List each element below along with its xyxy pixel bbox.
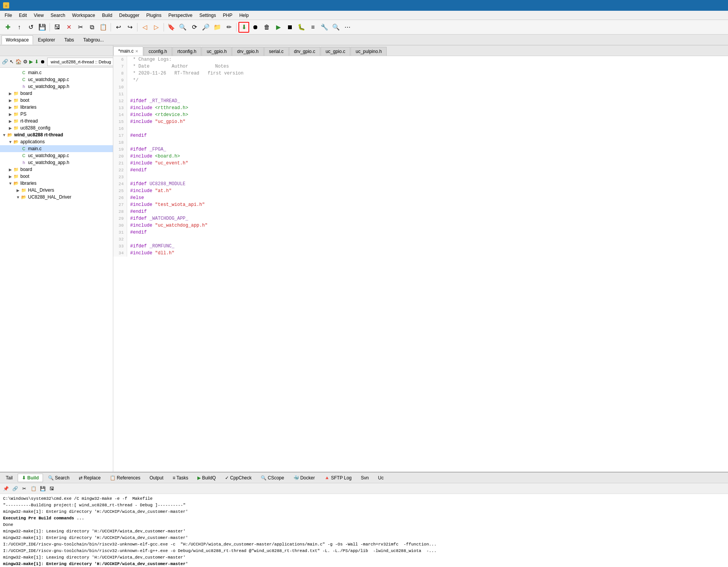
save-all-icon[interactable]: 🖫 (48, 484, 56, 493)
new-button[interactable]: ✚ (2, 22, 13, 33)
forward-button[interactable]: ▷ (151, 22, 162, 33)
link-icon[interactable]: 🔗 (2, 58, 8, 66)
tree-item-ps[interactable]: ▶ 📁 PS (0, 111, 113, 118)
tree-item-uc8288-config[interactable]: ▶ 📁 uc8288_config (0, 124, 113, 131)
ptab-explorer[interactable]: Explorer (34, 35, 60, 45)
close-tab-main-c[interactable]: ✕ (135, 49, 138, 53)
btab-docker[interactable]: 🐳 Docker (289, 474, 319, 482)
bug-button[interactable]: 🐛 (296, 22, 307, 33)
tree-item-board-1[interactable]: ▶ 📁 board (0, 90, 113, 97)
run-icon[interactable]: ▶ (29, 58, 33, 66)
run-button[interactable]: ▶ (273, 22, 284, 33)
tree-item-boot-1[interactable]: ▶ 📁 boot (0, 97, 113, 104)
tab-uc-gpio-h[interactable]: uc_gpio.h (202, 47, 232, 56)
paste-button[interactable]: 📋 (98, 22, 109, 33)
folder-button[interactable]: 📁 (212, 22, 223, 33)
tree-item-main-c-1[interactable]: C main.c (0, 69, 113, 76)
menu-item-debugger[interactable]: Debugger (116, 12, 142, 19)
tree-item-uc-watchdog-c-2[interactable]: C uc_watchdog_app.c (0, 152, 113, 159)
menu-item-file[interactable]: File (2, 12, 15, 19)
menu-item-search[interactable]: Search (48, 12, 68, 19)
code-editor[interactable]: 6 * Change Logs: 7 * Date Author Notes 8… (113, 56, 728, 472)
back-button[interactable]: ◁ (139, 22, 150, 33)
download-button[interactable]: ⬇ (238, 22, 249, 33)
btab-cppcheck[interactable]: ✓ CppCheck (221, 474, 256, 482)
btab-build[interactable]: ⬇ Build (18, 474, 43, 482)
tab-drv-gpio-h[interactable]: drv_gpio.h (232, 47, 263, 56)
tree-item-wind-uc8288[interactable]: ▼ 📂 wind_uc8288 rt-thread (0, 131, 113, 138)
scissors-icon[interactable]: ✂ (20, 484, 28, 493)
tree-item-boot-2[interactable]: ▶ 📁 boot (0, 173, 113, 180)
btab-svn[interactable]: Svn (357, 474, 373, 482)
btab-tasks[interactable]: ≡ Tasks (168, 474, 192, 482)
tab-rtconfig-h[interactable]: rtconfig.h (172, 47, 201, 56)
ptab-tabs[interactable]: Tabs (60, 35, 78, 45)
save-button[interactable]: 💾 (37, 22, 48, 33)
copy-icon[interactable]: 📋 (29, 484, 38, 493)
tree-item-applications[interactable]: ▼ 📂 applications (0, 138, 113, 145)
tree-item-uc8288-hal-driver[interactable]: ▼ 📂 UC8288_HAL_Driver (0, 194, 113, 201)
save-icon[interactable]: 💾 (38, 484, 47, 493)
tree-item-libraries-1[interactable]: ▶ 📁 libraries (0, 104, 113, 111)
menu-item-view[interactable]: View (31, 12, 47, 19)
tab-serial-c[interactable]: serial.c (264, 47, 289, 56)
delete-button[interactable]: 🗑 (261, 22, 272, 33)
btab-cscope[interactable]: 🔍 CScope (256, 474, 288, 482)
pin-icon[interactable]: 📌 (2, 484, 10, 493)
console-output[interactable]: C:\Windows\system32\cmd.exe /C mingw32-m… (0, 494, 728, 567)
btab-search[interactable]: 🔍 Search (44, 474, 74, 482)
sync-button[interactable]: ⟳ (189, 22, 200, 33)
menu-item-php[interactable]: PHP (220, 12, 236, 19)
btab-references[interactable]: 📋 References (106, 474, 144, 482)
tree-item-board-2[interactable]: ▶ 📁 board (0, 166, 113, 173)
download-icon[interactable]: ⬇ (34, 58, 39, 66)
btab-uc[interactable]: Uc (374, 474, 388, 482)
ptab-workspace[interactable]: Workspace (2, 35, 33, 45)
bookmark-button[interactable]: 🔖 (166, 22, 177, 33)
home-icon[interactable]: 🏠 (15, 58, 22, 66)
search2-button[interactable]: 🔍 (331, 22, 341, 33)
menu-item-help[interactable]: Help (236, 12, 252, 19)
cursor-icon[interactable]: ↖ (9, 58, 14, 66)
menu-item-build[interactable]: Build (99, 12, 116, 19)
redo-button[interactable]: ↪ (124, 22, 135, 33)
link-icon[interactable]: 🔗 (11, 484, 19, 493)
stop2-button[interactable]: ⏹ (285, 22, 295, 33)
zoom-button[interactable]: 🔎 (200, 22, 211, 33)
cut-button[interactable]: ✂ (75, 22, 86, 33)
btab-tail[interactable]: Tail (2, 474, 17, 482)
ptab-tabgrou---[interactable]: Tabgrou... (79, 35, 108, 45)
save-all-button[interactable]: 🖫 (52, 22, 63, 33)
tree-item-main-c-selected[interactable]: C main.c (0, 145, 113, 152)
undo-button[interactable]: ↩ (113, 22, 124, 33)
wrench-button[interactable]: 🔧 (319, 22, 330, 33)
tab-cconfig-h[interactable]: cconfig.h (144, 47, 172, 56)
tree-item-libraries-2[interactable]: ▼ 📂 libraries (0, 180, 113, 187)
refresh-button[interactable]: ↺ (25, 22, 36, 33)
btab-output[interactable]: Output (145, 474, 167, 482)
tree-item-uc-watchdog-h-1[interactable]: h uc_watchdog_app.h (0, 83, 113, 90)
pencil-button[interactable]: ✏ (223, 22, 234, 33)
menu-item-perspective[interactable]: Perspective (165, 12, 195, 19)
settings-icon[interactable]: ⚙ (23, 58, 28, 66)
list1-button[interactable]: ≡ (308, 22, 318, 33)
tab-uc-pulpino-h[interactable]: uc_pulpino.h (351, 47, 387, 56)
tree-item-rt-thread[interactable]: ▶ 📁 rt-thread (0, 118, 113, 124)
close-button[interactable]: ✕ (63, 22, 74, 33)
more-button[interactable]: ⋯ (342, 22, 353, 33)
menu-item-plugins[interactable]: Plugins (143, 12, 164, 19)
tab-uc-gpio-c[interactable]: uc_gpio.c (321, 47, 350, 56)
copy-button[interactable]: ⧉ (86, 22, 97, 33)
menu-item-workspace[interactable]: Workspace (69, 12, 98, 19)
tree-item-uc-watchdog-h-2[interactable]: h uc_watchdog_app.h (0, 159, 113, 166)
debug-config-select[interactable]: wind_uc8288_rt-thread :: Debug (47, 58, 113, 66)
tab-main-c[interactable]: *main.c ✕ (113, 46, 143, 56)
btab-replace[interactable]: ⇄ Replace (74, 474, 105, 482)
circle-icon[interactable]: ⏺ (40, 58, 46, 66)
tree-item-uc-watchdog-c-1[interactable]: C uc_watchdog_app.c (0, 76, 113, 83)
tab-drv-gpio-c[interactable]: drv_gpio.c (289, 47, 320, 56)
menu-item-edit[interactable]: Edit (16, 12, 30, 19)
push-button[interactable]: ↑ (14, 22, 25, 33)
stop1-button[interactable]: ⏺ (250, 22, 261, 33)
tree-item-hal-drivers[interactable]: ▶ 📁 HAL_Drivers (0, 187, 113, 194)
